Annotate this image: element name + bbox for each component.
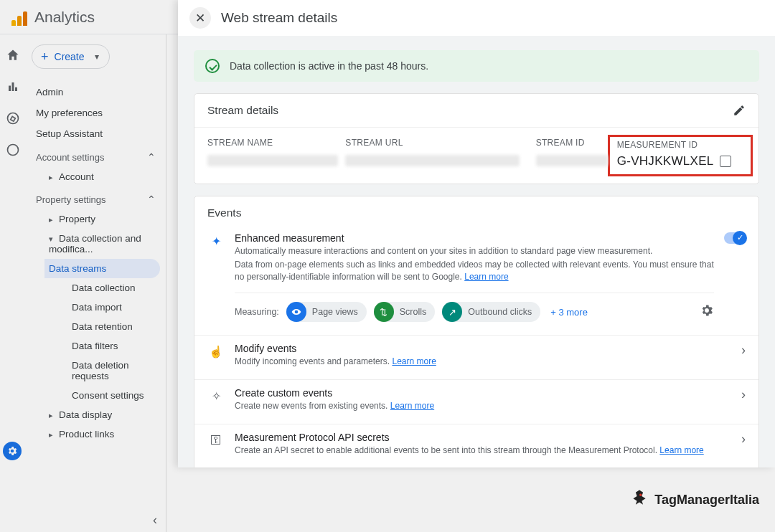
sparkle-icon: ✦ [207,232,225,250]
check-icon: ✓ [737,233,743,242]
collapse-sidebar-icon[interactable]: ‹ [153,513,157,528]
svg-point-3 [8,113,19,124]
nav-data-import[interactable]: Data import [67,298,160,317]
copy-icon[interactable] [720,156,731,167]
nav-data-display[interactable]: ▸Data display [44,405,160,424]
mp-learn-more[interactable]: Learn more [659,445,703,455]
row-create-custom-events[interactable]: ✧ Create custom events Create new events… [194,379,758,424]
stream-url-value-redacted [345,155,520,166]
ga-logo: Analytics [11,9,95,26]
scroll-icon: ⇅ [374,302,394,322]
chevron-right-icon: › [741,387,746,402]
check-circle-icon [205,59,220,73]
advertising-icon[interactable] [5,142,21,158]
nav-product-links[interactable]: ▸Product links [44,424,160,444]
chip-scrolls: ⇅Scrolls [374,302,436,322]
enhanced-learn-more[interactable]: Learn more [464,272,508,282]
home-icon[interactable] [5,47,21,63]
nav-account[interactable]: ▸Account [44,167,160,186]
key-icon: ⚿ [207,432,225,449]
chip-page-views: Page views [286,302,367,322]
nav-property[interactable]: ▸Property [44,209,160,229]
stream-name-value-redacted [207,155,338,166]
close-button[interactable]: ✕ [189,7,211,29]
row-modify-events[interactable]: ☝ Modify events Modify incoming events a… [194,335,758,379]
label-stream-url: STREAM URL [345,138,528,148]
bird-icon [627,488,652,512]
stream-id-value-redacted [536,155,608,166]
chevron-up-icon: ⌃ [147,151,156,163]
events-title: Events [207,206,241,219]
svg-point-4 [639,494,642,496]
stream-details-card: Stream details STREAM NAME STREAM URL ST… [194,93,759,184]
more-chips-link[interactable]: + 3 more [550,307,588,318]
web-stream-drawer: ✕ Web stream details Data collection is … [178,0,775,467]
eye-icon [286,302,306,322]
edit-icon[interactable] [733,104,746,117]
label-stream-id: STREAM ID [536,138,608,148]
label-measurement-id: MEASUREMENT ID [617,140,743,150]
admin-sidebar: +Create▾ Admin My preferences Setup Assi… [26,34,166,532]
nav-data-collection-mod[interactable]: ▾Data collection and modifica... [44,229,160,259]
nav-setup-assistant[interactable]: Setup Assistant [32,123,160,144]
group-property-settings[interactable]: Property settings⌃ [32,186,160,209]
enhanced-toggle[interactable]: ✓ [724,232,746,244]
nav-data-deletion[interactable]: Data deletion requests [67,356,160,386]
svg-rect-0 [9,86,11,92]
stream-details-title: Stream details [207,104,278,117]
chevron-right-icon: › [741,432,746,447]
drawer-header: ✕ Web stream details [178,0,775,36]
footer-brand: TagManagerItalia [627,488,759,512]
chip-outbound: ↗Outbound clicks [442,302,540,322]
group-account-settings[interactable]: Account settings⌃ [32,144,160,167]
nav-admin[interactable]: Admin [32,82,160,103]
admin-gear-fab[interactable] [3,442,22,460]
measurement-id-highlight: MEASUREMENT ID G-VHJKKWLXEL [608,135,753,176]
chevron-down-icon: ▾ [95,52,99,62]
measurement-id-value: G-VHJKKWLXEL [617,154,714,168]
create-button[interactable]: +Create▾ [32,44,110,69]
reports-icon[interactable] [5,79,21,95]
wand-icon: ✧ [207,387,225,404]
events-card: Events ✦ Enhanced measurement Automatica… [194,196,759,467]
label-stream-name: STREAM NAME [207,138,338,148]
row-measurement-protocol[interactable]: ⚿ Measurement Protocol API secrets Creat… [194,424,758,467]
touch-icon: ☝ [207,343,225,360]
enhanced-measurement-title: Enhanced measurement [235,232,714,244]
explore-icon[interactable] [5,110,21,126]
measuring-label: Measuring: [235,307,279,317]
modify-learn-more[interactable]: Learn more [392,356,436,366]
close-icon: ✕ [195,11,205,26]
svg-rect-1 [12,82,14,91]
nav-my-preferences[interactable]: My preferences [32,103,160,123]
svg-rect-2 [15,87,17,91]
drawer-title: Web stream details [221,10,337,26]
chevron-right-icon: › [741,343,746,358]
nav-data-retention[interactable]: Data retention [67,317,160,336]
custom-learn-more[interactable]: Learn more [390,401,434,411]
link-icon: ↗ [442,302,462,322]
app-name: Analytics [34,9,95,26]
plus-icon: + [41,50,49,63]
nav-consent-settings[interactable]: Consent settings [67,386,160,405]
enhanced-settings-icon[interactable] [700,303,714,320]
ga-mark-icon [11,9,29,26]
nav-data-filters[interactable]: Data filters [67,336,160,356]
chevron-up-icon: ⌃ [147,194,156,205]
data-collection-banner: Data collection is active in the past 48… [194,50,759,82]
nav-data-streams[interactable]: Data streams [44,259,160,278]
nav-data-collection[interactable]: Data collection [67,278,160,298]
